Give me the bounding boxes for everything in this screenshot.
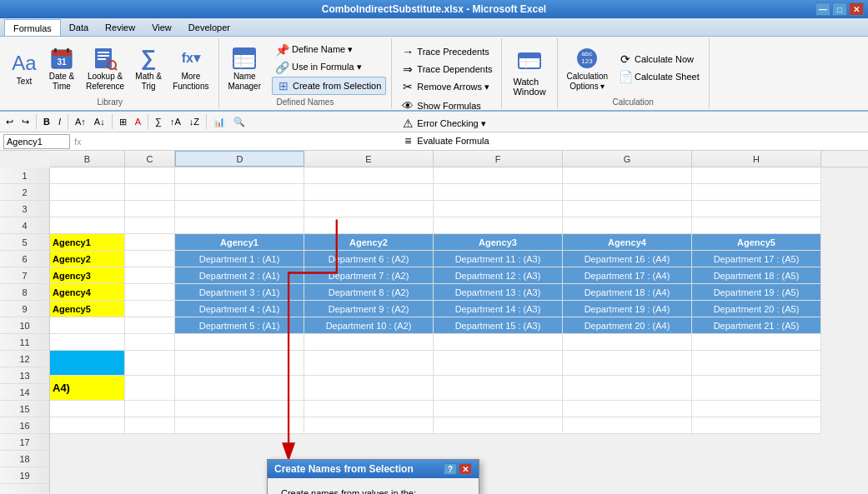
toolbar-borders[interactable]: ⊞ [116,112,130,131]
cell-d1[interactable] [175,167,304,184]
cell-b15[interactable] [50,417,125,434]
cell-d4[interactable] [175,217,304,234]
trace-dependents-button[interactable]: ⇒ Trace Dependents [397,61,496,77]
cell-h10[interactable]: Department 21 : (A5) [692,317,821,334]
cell-g2[interactable] [563,184,692,201]
cell-e3[interactable] [304,201,434,217]
cell-e14[interactable] [304,401,434,417]
calculate-now-button[interactable]: ⟳ Calculate Now [615,51,704,67]
cell-e13[interactable] [304,376,434,401]
more-functions-button[interactable]: fx▾ MoreFunctions [168,43,213,93]
cell-e4[interactable] [304,217,434,234]
cell-g13[interactable] [563,376,692,401]
define-name-button[interactable]: 📌 Define Name ▾ [272,42,386,58]
cell-d12[interactable] [175,351,304,376]
toolbar-redo[interactable]: ↪ [18,112,33,131]
cell-g7[interactable]: Department 17 : (A4) [563,267,692,284]
cell-c4[interactable] [125,217,175,234]
cell-e5[interactable]: Agency2 [304,234,434,251]
cell-h2[interactable] [692,184,821,201]
date-time-button[interactable]: 31 Date &Time [44,43,79,93]
cell-d2[interactable] [175,184,304,201]
cell-f1[interactable] [434,167,563,184]
cell-g9[interactable]: Department 19 : (A4) [563,301,692,317]
tab-view[interactable]: View [143,19,180,36]
error-checking-button[interactable]: ⚠ Error Checking ▾ [397,115,493,132]
cell-g15[interactable] [563,417,692,434]
cell-c11[interactable] [125,334,175,351]
toolbar-insert-chart[interactable]: 📊 [210,112,228,131]
cell-c6[interactable] [125,251,175,267]
cell-c7[interactable] [125,267,175,284]
tab-data[interactable]: Data [61,19,97,36]
math-trig-button[interactable]: ∑ Math &Trig [131,43,166,93]
toolbar-font-size-down[interactable]: A↓ [91,112,108,131]
cell-f4[interactable] [434,217,563,234]
toolbar-sum[interactable]: ∑ [152,112,165,131]
cell-b9[interactable]: Agency5 [50,301,125,317]
cell-f12[interactable] [434,351,563,376]
cell-b13[interactable]: A4) [50,376,125,401]
cell-b14[interactable] [50,401,125,417]
tab-formulas[interactable]: Formulas [4,19,61,36]
maximize-button[interactable]: □ [832,2,847,16]
cell-g6[interactable]: Department 16 : (A4) [563,251,692,267]
cell-b4[interactable] [50,217,125,234]
toolbar-undo[interactable]: ↩ [3,112,17,131]
cell-d10[interactable]: Department 5 : (A1) [175,317,304,334]
cell-b10[interactable] [50,317,125,334]
name-manager-button[interactable]: NameManager [224,43,265,93]
cell-g12[interactable] [563,351,692,376]
show-formulas-button[interactable]: 👁 Show Formulas [397,97,493,114]
cell-b5[interactable]: Agency1 [50,234,125,251]
cell-h8[interactable]: Department 19 : (A5) [692,284,821,301]
cell-e15[interactable] [304,417,434,434]
cell-h7[interactable]: Department 18 : (A5) [692,267,821,284]
cell-f15[interactable] [434,417,563,434]
cell-d6[interactable]: Department 1 : (A1) [175,251,304,267]
toolbar-zoom-in[interactable]: 🔍 [230,112,248,131]
watch-window-button[interactable]: WatchWindow [509,46,549,99]
use-in-formula-button[interactable]: 🔗 Use in Formula ▾ [272,59,386,76]
cell-g3[interactable] [563,201,692,217]
cell-d7[interactable]: Department 2 : (A1) [175,267,304,284]
cell-g14[interactable] [563,401,692,417]
close-button[interactable]: ✕ [849,2,864,16]
cell-g11[interactable] [563,334,692,351]
cell-h3[interactable] [692,201,821,217]
create-from-selection-button[interactable]: ⊞ Create from Selection [272,77,386,95]
cell-c2[interactable] [125,184,175,201]
cell-b11[interactable] [50,334,125,351]
cell-c1[interactable] [125,167,175,184]
cell-g1[interactable] [563,167,692,184]
cell-e11[interactable] [304,334,434,351]
dialog-help-button[interactable]: ? [444,463,457,475]
dialog-close-button[interactable]: ✕ [459,463,472,475]
toolbar-fill-color[interactable]: A [132,112,144,131]
cell-f11[interactable] [434,334,563,351]
cell-g10[interactable]: Department 20 : (A4) [563,317,692,334]
cell-b12[interactable] [50,351,125,376]
cell-g8[interactable]: Department 18 : (A4) [563,284,692,301]
cell-e9[interactable]: Department 9 : (A2) [304,301,434,317]
cell-c5[interactable] [125,234,175,251]
minimize-button[interactable]: — [815,2,830,16]
cell-d8[interactable]: Department 3 : (A1) [175,284,304,301]
cell-e12[interactable] [304,351,434,376]
cell-c10[interactable] [125,317,175,334]
trace-precedents-button[interactable]: → Trace Precedents [397,43,493,60]
cell-h15[interactable] [692,417,821,434]
cell-g4[interactable] [563,217,692,234]
cell-h11[interactable] [692,334,821,351]
cell-g5[interactable]: Agency4 [563,234,692,251]
cell-c12[interactable] [125,351,175,376]
cell-f6[interactable]: Department 11 : (A3) [434,251,563,267]
cell-f14[interactable] [434,401,563,417]
cell-b2[interactable] [50,184,125,201]
cell-f7[interactable]: Department 12 : (A3) [434,267,563,284]
calculate-sheet-button[interactable]: 📄 Calculate Sheet [615,68,704,85]
cell-d3[interactable] [175,201,304,217]
cell-e1[interactable] [304,167,434,184]
cell-c8[interactable] [125,284,175,301]
cell-h9[interactable]: Department 20 : (A5) [692,301,821,317]
